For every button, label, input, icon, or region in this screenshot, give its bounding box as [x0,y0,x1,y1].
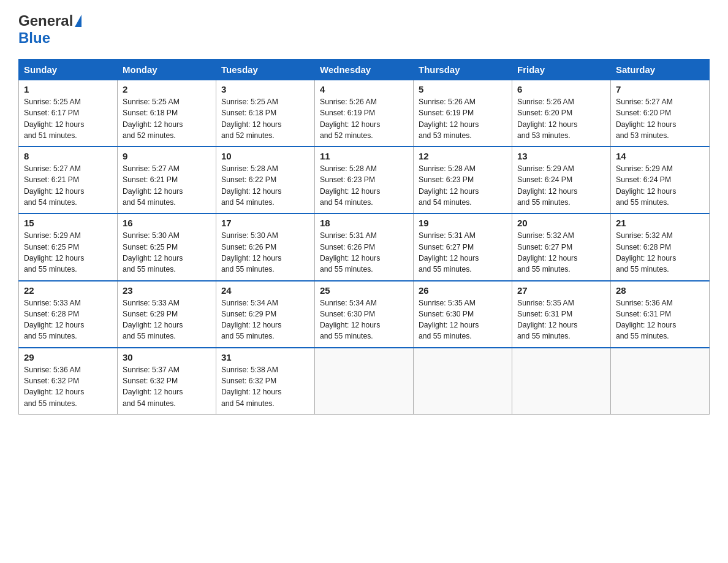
calendar-cell: 4Sunrise: 5:26 AMSunset: 6:19 PMDaylight… [315,80,414,147]
calendar-cell: 24Sunrise: 5:34 AMSunset: 6:29 PMDayligh… [216,281,315,348]
logo-text-general: General [18,12,73,29]
day-number: 9 [123,151,211,161]
calendar-cell: 2Sunrise: 5:25 AMSunset: 6:18 PMDaylight… [118,80,216,147]
day-info: Sunrise: 5:27 AMSunset: 6:21 PMDaylight:… [123,163,211,208]
day-number: 12 [419,151,507,161]
logo-arrow-icon [75,15,82,27]
day-info: Sunrise: 5:28 AMSunset: 6:22 PMDaylight:… [221,163,309,208]
day-number: 19 [419,218,507,228]
calendar-cell: 17Sunrise: 5:30 AMSunset: 6:26 PMDayligh… [216,213,315,280]
day-number: 20 [517,218,605,228]
day-info: Sunrise: 5:34 AMSunset: 6:30 PMDaylight:… [320,297,408,342]
calendar-week-row: 29Sunrise: 5:36 AMSunset: 6:32 PMDayligh… [19,348,710,415]
calendar-cell: 18Sunrise: 5:31 AMSunset: 6:26 PMDayligh… [315,213,414,280]
calendar-cell: 10Sunrise: 5:28 AMSunset: 6:22 PMDayligh… [216,147,315,213]
day-number: 11 [320,151,408,161]
calendar-cell: 31Sunrise: 5:38 AMSunset: 6:32 PMDayligh… [216,348,315,415]
calendar-cell: 28Sunrise: 5:36 AMSunset: 6:31 PMDayligh… [611,281,710,348]
calendar-cell: 13Sunrise: 5:29 AMSunset: 6:24 PMDayligh… [512,147,611,213]
column-header-sunday: Sunday [19,59,118,80]
column-header-monday: Monday [118,59,216,80]
day-info: Sunrise: 5:28 AMSunset: 6:23 PMDaylight:… [419,163,507,208]
calendar-week-row: 15Sunrise: 5:29 AMSunset: 6:25 PMDayligh… [19,213,710,280]
day-info: Sunrise: 5:33 AMSunset: 6:28 PMDaylight:… [24,297,112,342]
day-number: 13 [517,151,605,161]
calendar-cell: 27Sunrise: 5:35 AMSunset: 6:31 PMDayligh… [512,281,611,348]
day-info: Sunrise: 5:32 AMSunset: 6:28 PMDaylight:… [616,230,704,275]
day-info: Sunrise: 5:26 AMSunset: 6:19 PMDaylight:… [320,96,408,141]
day-info: Sunrise: 5:29 AMSunset: 6:24 PMDaylight:… [517,163,605,208]
calendar-cell: 11Sunrise: 5:28 AMSunset: 6:23 PMDayligh… [315,147,414,213]
day-number: 6 [517,84,605,94]
calendar-cell: 1Sunrise: 5:25 AMSunset: 6:17 PMDaylight… [19,80,118,147]
day-number: 2 [123,84,211,94]
day-info: Sunrise: 5:35 AMSunset: 6:30 PMDaylight:… [419,297,507,342]
day-number: 23 [123,285,211,296]
calendar-cell: 25Sunrise: 5:34 AMSunset: 6:30 PMDayligh… [315,281,414,348]
column-header-saturday: Saturday [611,59,710,80]
day-number: 21 [616,218,704,228]
calendar-cell: 12Sunrise: 5:28 AMSunset: 6:23 PMDayligh… [414,147,512,213]
column-header-thursday: Thursday [414,59,512,80]
column-header-wednesday: Wednesday [315,59,414,80]
calendar-cell [512,348,611,415]
calendar-cell: 19Sunrise: 5:31 AMSunset: 6:27 PMDayligh… [414,213,512,280]
day-number: 4 [320,84,408,94]
day-info: Sunrise: 5:36 AMSunset: 6:31 PMDaylight:… [616,297,704,342]
calendar-cell: 15Sunrise: 5:29 AMSunset: 6:25 PMDayligh… [19,213,118,280]
logo: General Blue [18,12,83,47]
calendar-cell [315,348,414,415]
calendar-header-row: SundayMondayTuesdayWednesdayThursdayFrid… [19,59,710,80]
day-number: 26 [419,285,507,296]
calendar-week-row: 8Sunrise: 5:27 AMSunset: 6:21 PMDaylight… [19,147,710,213]
day-info: Sunrise: 5:29 AMSunset: 6:24 PMDaylight:… [616,163,704,208]
calendar-cell: 8Sunrise: 5:27 AMSunset: 6:21 PMDaylight… [19,147,118,213]
day-info: Sunrise: 5:25 AMSunset: 6:18 PMDaylight:… [221,96,309,141]
day-info: Sunrise: 5:26 AMSunset: 6:19 PMDaylight:… [419,96,507,141]
calendar-cell: 29Sunrise: 5:36 AMSunset: 6:32 PMDayligh… [19,348,118,415]
day-number: 18 [320,218,408,228]
day-number: 27 [517,285,605,296]
day-info: Sunrise: 5:28 AMSunset: 6:23 PMDaylight:… [320,163,408,208]
calendar-cell [414,348,512,415]
day-info: Sunrise: 5:26 AMSunset: 6:20 PMDaylight:… [517,96,605,141]
column-header-friday: Friday [512,59,611,80]
day-info: Sunrise: 5:32 AMSunset: 6:27 PMDaylight:… [517,230,605,275]
day-number: 28 [616,285,704,296]
calendar-week-row: 22Sunrise: 5:33 AMSunset: 6:28 PMDayligh… [19,281,710,348]
calendar-cell [611,348,710,415]
day-info: Sunrise: 5:25 AMSunset: 6:18 PMDaylight:… [123,96,211,141]
day-number: 24 [221,285,309,296]
day-info: Sunrise: 5:33 AMSunset: 6:29 PMDaylight:… [123,297,211,342]
day-number: 1 [24,84,112,94]
day-info: Sunrise: 5:29 AMSunset: 6:25 PMDaylight:… [24,230,112,275]
day-info: Sunrise: 5:30 AMSunset: 6:26 PMDaylight:… [221,230,309,275]
day-info: Sunrise: 5:35 AMSunset: 6:31 PMDaylight:… [517,297,605,342]
calendar-cell: 9Sunrise: 5:27 AMSunset: 6:21 PMDaylight… [118,147,216,213]
calendar-cell: 7Sunrise: 5:27 AMSunset: 6:20 PMDaylight… [611,80,710,147]
column-header-tuesday: Tuesday [216,59,315,80]
calendar-cell: 5Sunrise: 5:26 AMSunset: 6:19 PMDaylight… [414,80,512,147]
day-info: Sunrise: 5:31 AMSunset: 6:27 PMDaylight:… [419,230,507,275]
day-info: Sunrise: 5:34 AMSunset: 6:29 PMDaylight:… [221,297,309,342]
calendar-cell: 26Sunrise: 5:35 AMSunset: 6:30 PMDayligh… [414,281,512,348]
day-info: Sunrise: 5:36 AMSunset: 6:32 PMDaylight:… [24,364,112,409]
day-info: Sunrise: 5:31 AMSunset: 6:26 PMDaylight:… [320,230,408,275]
calendar-cell: 20Sunrise: 5:32 AMSunset: 6:27 PMDayligh… [512,213,611,280]
day-info: Sunrise: 5:27 AMSunset: 6:20 PMDaylight:… [616,96,704,141]
day-number: 15 [24,218,112,228]
day-number: 5 [419,84,507,94]
day-info: Sunrise: 5:38 AMSunset: 6:32 PMDaylight:… [221,364,309,409]
calendar-cell: 16Sunrise: 5:30 AMSunset: 6:25 PMDayligh… [118,213,216,280]
day-number: 22 [24,285,112,296]
day-number: 30 [123,352,211,362]
logo-text-blue: Blue [18,29,50,46]
day-number: 3 [221,84,309,94]
calendar-cell: 14Sunrise: 5:29 AMSunset: 6:24 PMDayligh… [611,147,710,213]
day-number: 25 [320,285,408,296]
day-number: 29 [24,352,112,362]
day-number: 16 [123,218,211,228]
calendar-table: SundayMondayTuesdayWednesdayThursdayFrid… [18,59,710,415]
day-number: 17 [221,218,309,228]
day-number: 10 [221,151,309,161]
